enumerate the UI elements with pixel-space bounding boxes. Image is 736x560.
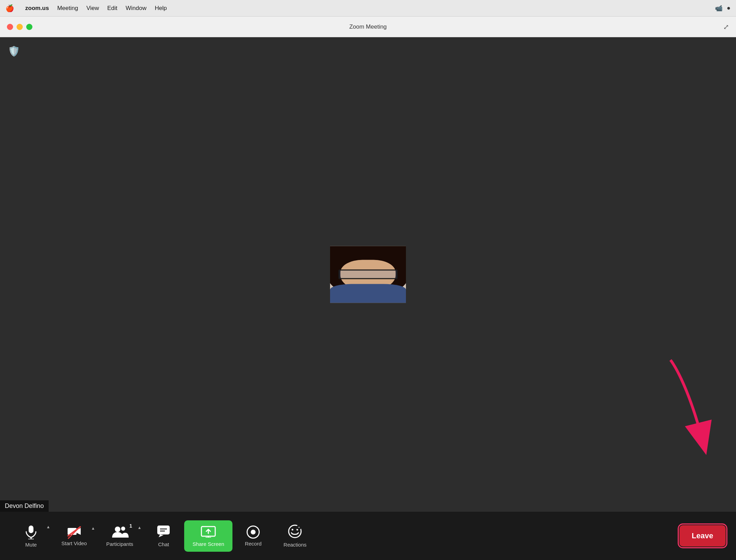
chat-icon bbox=[157, 525, 170, 539]
security-badge[interactable]: 🛡️ bbox=[7, 44, 21, 58]
participants-label: Participants bbox=[106, 541, 133, 547]
svg-rect-8 bbox=[157, 526, 170, 534]
wifi-icon: ● bbox=[727, 4, 730, 12]
menu-view[interactable]: View bbox=[86, 5, 99, 12]
shield-icon: 🛡️ bbox=[8, 46, 20, 57]
participant-video-tile bbox=[330, 246, 406, 303]
menu-help[interactable]: Help bbox=[155, 5, 167, 12]
chat-button[interactable]: Chat bbox=[143, 521, 184, 551]
record-icon bbox=[247, 526, 260, 539]
participants-chevron[interactable]: ▲ bbox=[137, 525, 141, 530]
share-screen-button[interactable]: Share Screen bbox=[184, 520, 232, 552]
glasses bbox=[338, 270, 398, 279]
reactions-icon: + bbox=[288, 524, 302, 540]
close-button[interactable] bbox=[7, 24, 13, 30]
share-screen-label: Share Screen bbox=[192, 541, 224, 547]
menu-bar: 🍎 zoom.us Meeting View Edit Window Help … bbox=[0, 0, 736, 17]
reactions-label: Reactions bbox=[284, 542, 307, 548]
camera-menu-icon: 📹 bbox=[715, 4, 723, 12]
participants-button[interactable]: 1 ▲ Participants bbox=[97, 521, 143, 551]
menu-meeting[interactable]: Meeting bbox=[57, 5, 78, 12]
leave-button[interactable]: Leave bbox=[679, 525, 726, 547]
title-bar: Zoom Meeting ⤢ bbox=[0, 17, 736, 37]
window-title: Zoom Meeting bbox=[349, 23, 387, 30]
svg-point-6 bbox=[115, 527, 120, 532]
video-chevron[interactable]: ▲ bbox=[91, 526, 95, 531]
mute-label: Mute bbox=[25, 542, 37, 548]
reactions-button[interactable]: + Reactions bbox=[274, 520, 316, 552]
chat-label: Chat bbox=[158, 541, 169, 547]
mute-chevron[interactable]: ▲ bbox=[46, 524, 50, 529]
svg-rect-4 bbox=[68, 528, 77, 535]
share-screen-icon bbox=[201, 525, 216, 539]
menu-window[interactable]: Window bbox=[126, 5, 146, 12]
body-jacket bbox=[330, 284, 406, 303]
record-button[interactable]: Record bbox=[232, 521, 274, 551]
menu-bar-right: 📹 ● bbox=[715, 4, 730, 12]
window-controls bbox=[7, 24, 32, 30]
minimize-button[interactable] bbox=[17, 24, 23, 30]
arrow-annotation bbox=[660, 353, 715, 463]
svg-text:+: + bbox=[298, 526, 300, 529]
participant-name-label: Devon Delfino bbox=[0, 500, 49, 512]
app-name-menu[interactable]: zoom.us bbox=[25, 5, 49, 12]
apple-menu-icon[interactable]: 🍎 bbox=[6, 4, 14, 12]
menu-bar-items: zoom.us Meeting View Edit Window Help bbox=[25, 5, 167, 12]
menu-edit[interactable]: Edit bbox=[107, 5, 117, 12]
expand-button[interactable]: ⤢ bbox=[723, 23, 729, 31]
svg-point-15 bbox=[292, 529, 294, 530]
svg-point-7 bbox=[121, 527, 125, 531]
participant-avatar bbox=[330, 246, 406, 303]
participants-icon: 1 bbox=[111, 525, 129, 539]
svg-rect-1 bbox=[29, 526, 33, 533]
meeting-area: 🛡️ Devon Delfino bbox=[0, 37, 736, 512]
record-dot bbox=[251, 530, 256, 534]
toolbar: ▲ Mute ▲ Start Video 1 ▲ Participants bbox=[0, 512, 736, 560]
record-label: Record bbox=[245, 541, 261, 547]
start-video-label: Start Video bbox=[61, 540, 87, 546]
participants-count: 1 bbox=[129, 523, 132, 529]
video-icon bbox=[67, 526, 81, 538]
mic-icon bbox=[23, 524, 39, 540]
mute-button[interactable]: ▲ Mute bbox=[10, 520, 52, 552]
start-video-button[interactable]: ▲ Start Video bbox=[52, 522, 97, 550]
maximize-button[interactable] bbox=[26, 24, 32, 30]
